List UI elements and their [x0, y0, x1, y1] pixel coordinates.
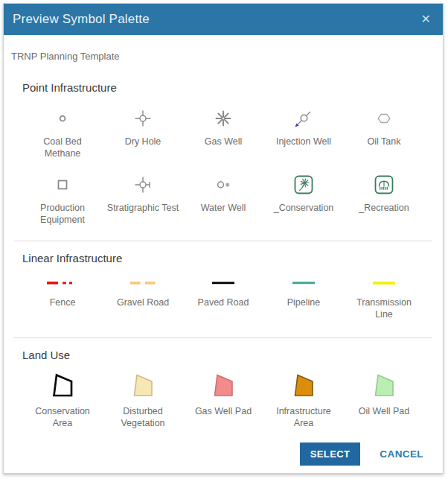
palette-item-conservation-point: _Conservation — [263, 160, 344, 226]
water-well-icon — [212, 171, 234, 198]
paved-road-line-icon — [211, 273, 235, 293]
symbol-label: Dry Hole — [125, 136, 161, 147]
palette-item-infrastructure-area: Infrastructure Area — [263, 361, 344, 430]
palette-item-fence: Fence — [22, 264, 103, 321]
gravel-road-line-icon — [130, 273, 156, 293]
oil-well-pad-polygon-icon — [371, 370, 397, 402]
cancel-button[interactable]: CANCEL — [375, 448, 428, 460]
palette-item-water-well: Water Well — [183, 160, 263, 226]
palette-item-gas-well-pad: Gas Well Pad — [183, 361, 263, 430]
symbol-label: Gas Well — [205, 136, 242, 147]
section-heading-point: Point Infrastructure — [22, 81, 443, 94]
symbol-label: Disturbed Vegetation — [106, 405, 180, 430]
section-heading-linear: Linear Infrastructure — [22, 252, 443, 264]
gas-well-icon — [212, 105, 234, 132]
palette-item-stratigraphic-test: Stratigraphic Test — [103, 160, 183, 226]
symbol-label: Pipeline — [287, 296, 320, 308]
symbol-label: Production Equipment — [25, 202, 100, 226]
disturbed-vegetation-polygon-icon — [129, 370, 156, 402]
close-icon[interactable]: ✕ — [421, 13, 431, 25]
infrastructure-area-polygon-icon — [290, 370, 317, 402]
palette-item-disturbed-vegetation: Disturbed Vegetation — [103, 361, 183, 430]
symbol-label: Paved Road — [198, 296, 249, 308]
symbol-label: Injection Well — [276, 136, 331, 147]
symbol-label: Transmission Line — [347, 296, 421, 321]
symbol-label: Gravel Road — [117, 296, 169, 308]
palette-item-pipeline: Pipeline — [263, 264, 344, 321]
palette-item-oil-tank: Oil Tank — [344, 94, 424, 160]
preview-symbol-palette-dialog: Preview Symbol Palette ✕ TRNP Planning T… — [3, 3, 444, 474]
coal-bed-methane-icon — [51, 105, 74, 132]
symbol-label: Coal Bed Methane — [25, 136, 100, 160]
symbol-label: Oil Tank — [368, 136, 401, 147]
pipeline-line-icon — [292, 273, 316, 293]
section-divider — [14, 241, 432, 241]
dry-hole-icon — [132, 105, 154, 132]
dialog-header: Preview Symbol Palette ✕ — [4, 4, 443, 35]
transmission-line-icon — [372, 273, 396, 293]
screen: Preview Symbol Palette ✕ TRNP Planning T… — [0, 0, 448, 479]
stratigraphic-test-icon — [132, 171, 154, 198]
palette-item-coal-bed-methane: Coal Bed Methane — [22, 94, 103, 160]
symbol-label: Conservation Area — [25, 405, 100, 430]
section-heading-landuse: Land Use — [22, 349, 443, 361]
select-button[interactable]: SELECT — [300, 442, 361, 466]
dialog-footer: SELECT CANCEL — [300, 442, 428, 466]
point-symbol-grid: Coal Bed Methane Dry Hole — [22, 94, 424, 226]
symbol-label: _Recreation — [359, 202, 409, 214]
palette-item-paved-road: Paved Road — [183, 264, 263, 321]
palette-item-oil-well-pad: Oil Well Pad — [344, 361, 424, 430]
conservation-area-polygon-icon — [49, 370, 76, 402]
symbol-label: Gas Well Pad — [195, 405, 252, 417]
palette-item-transmission-line: Transmission Line — [344, 264, 424, 321]
conservation-point-icon — [292, 171, 315, 198]
oil-tank-icon — [373, 105, 395, 132]
symbol-label: Stratigraphic Test — [107, 202, 179, 214]
landuse-symbol-grid: Conservation Area Disturbed Vegetation G… — [22, 361, 424, 430]
symbol-label: Fence — [50, 296, 76, 308]
fence-line-icon — [46, 273, 79, 293]
template-name: TRNP Planning Template — [4, 35, 443, 62]
linear-symbol-grid: Fence Gravel Road Paved Road — [22, 264, 424, 321]
palette-item-gravel-road: Gravel Road — [103, 264, 183, 321]
gas-well-pad-polygon-icon — [210, 370, 237, 402]
palette-item-dry-hole: Dry Hole — [103, 94, 183, 160]
palette-item-production-equipment: Production Equipment — [22, 160, 103, 226]
dialog-title: Preview Symbol Palette — [13, 12, 150, 27]
section-divider — [14, 337, 432, 338]
injection-well-icon — [292, 105, 315, 132]
palette-item-gas-well: Gas Well — [183, 94, 263, 160]
recreation-point-icon — [373, 171, 395, 198]
symbol-label: Oil Well Pad — [359, 405, 410, 417]
symbol-label: Infrastructure Area — [266, 405, 341, 430]
production-equipment-icon — [51, 171, 74, 198]
palette-item-conservation-area: Conservation Area — [22, 361, 103, 430]
palette-item-injection-well: Injection Well — [263, 94, 344, 160]
palette-item-recreation-point: _Recreation — [344, 160, 424, 226]
symbol-label: Water Well — [201, 202, 246, 214]
symbol-label: _Conservation — [274, 202, 334, 214]
